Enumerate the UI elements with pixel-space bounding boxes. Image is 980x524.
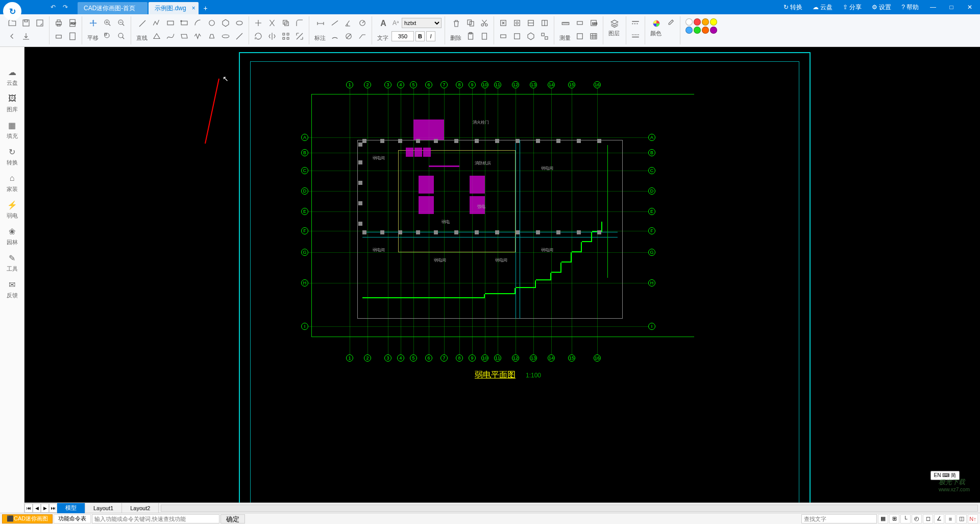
italic-button[interactable]: I <box>426 31 435 41</box>
color-swatch[interactable] <box>685 18 693 26</box>
print-icon[interactable] <box>53 17 65 29</box>
color-wheel-icon[interactable] <box>650 17 663 30</box>
color-swatch[interactable] <box>710 27 717 34</box>
scale-icon[interactable] <box>293 30 306 42</box>
circle-icon[interactable] <box>206 17 218 29</box>
sidebar-item-fill[interactable]: ▦填充 <box>0 116 24 143</box>
tab-model[interactable]: 模型 <box>57 503 85 513</box>
color-swatch[interactable] <box>702 18 709 26</box>
drawing-canvas[interactable]: ↖ 11223344556677889910101111121213131414… <box>24 47 980 503</box>
confirm-button[interactable]: 确定 <box>220 514 245 523</box>
pdf-icon[interactable]: PDF <box>66 17 79 29</box>
close-button[interactable]: ✕ <box>962 0 978 14</box>
copy-icon[interactable] <box>464 17 477 29</box>
tab-layout2[interactable]: Layout2 <box>122 503 159 513</box>
trapezoid-icon[interactable] <box>206 30 218 42</box>
tab-first-icon[interactable]: ⏮ <box>24 504 33 513</box>
dim-linear-icon[interactable] <box>329 17 341 29</box>
cut-icon[interactable] <box>478 17 491 29</box>
color-swatch[interactable] <box>694 27 701 34</box>
block7-icon[interactable] <box>525 30 537 42</box>
fillet-icon[interactable] <box>293 17 306 29</box>
status-cmd-list[interactable]: 功能命令表 <box>54 514 91 523</box>
dim-arc-icon[interactable] <box>329 30 341 42</box>
save-as-icon[interactable] <box>34 17 46 29</box>
text-icon[interactable]: A <box>377 17 389 30</box>
new-tab-button[interactable]: + <box>200 2 212 14</box>
ellipse-icon[interactable] <box>233 17 246 29</box>
redo-icon[interactable]: ↷ <box>61 3 69 11</box>
export-icon[interactable] <box>20 30 32 42</box>
zoom-in-icon[interactable] <box>102 17 114 29</box>
lt2-icon[interactable] <box>629 30 642 42</box>
sidebar-item-cloud[interactable]: ☁云盘 <box>0 63 24 90</box>
convert-button[interactable]: ↻转换 <box>779 0 806 14</box>
paste-icon[interactable] <box>464 30 477 42</box>
mirror-icon[interactable] <box>266 30 278 42</box>
zoom-extents-icon[interactable] <box>115 30 128 42</box>
sidebar-item-home[interactable]: ⌂家装 <box>0 170 24 196</box>
dimension-icon[interactable] <box>314 17 327 30</box>
close-icon[interactable]: × <box>192 5 195 12</box>
color-swatch[interactable] <box>694 18 701 26</box>
export2-icon[interactable] <box>66 30 79 42</box>
meas1-icon[interactable] <box>574 17 586 29</box>
share-button[interactable]: ⇪分享 <box>839 0 866 14</box>
zoom-out-icon[interactable] <box>115 17 128 29</box>
bold-button[interactable]: B <box>415 31 425 41</box>
cloud-button[interactable]: ☁云盘 <box>808 0 837 14</box>
array-icon[interactable] <box>280 30 292 42</box>
compass-icon[interactable]: N↑ <box>968 514 978 523</box>
lineweight-icon[interactable]: ≡ <box>945 514 955 523</box>
triangle-icon[interactable] <box>151 30 163 42</box>
block8-icon[interactable] <box>538 30 551 42</box>
block6-icon[interactable] <box>511 30 523 42</box>
arc-icon[interactable] <box>192 17 204 29</box>
sidebar-item-garden[interactable]: ❀园林 <box>0 223 24 249</box>
zoom-window-icon[interactable] <box>102 30 114 42</box>
help-button[interactable]: ?帮助 <box>897 0 923 14</box>
polyline-icon[interactable] <box>151 17 163 29</box>
osnap-icon[interactable]: ◻ <box>923 514 933 523</box>
lt1-icon[interactable] <box>629 17 642 29</box>
table-icon[interactable] <box>587 30 600 42</box>
trim-icon[interactable] <box>266 17 278 29</box>
tab-last-icon[interactable]: ⏭ <box>49 504 57 513</box>
otrack-icon[interactable]: ∠ <box>934 514 944 523</box>
rotate-icon[interactable] <box>252 30 264 42</box>
dim-radius-icon[interactable] <box>356 17 369 29</box>
parallelogram-icon[interactable] <box>178 30 190 42</box>
rect-icon[interactable] <box>164 17 177 29</box>
leader-icon[interactable] <box>356 30 369 42</box>
status-app-name[interactable]: ⬛ CAD迷你画图 <box>2 514 53 523</box>
sidebar-item-electric[interactable]: ⚡弱电 <box>0 196 24 223</box>
meas2-icon[interactable]: 123 <box>587 17 600 29</box>
paste2-icon[interactable] <box>478 30 491 42</box>
save-icon[interactable] <box>20 17 32 29</box>
oval-icon[interactable] <box>219 30 232 42</box>
measure-icon[interactable] <box>559 17 572 30</box>
dim-angle-icon[interactable] <box>342 17 355 29</box>
font-size-input[interactable] <box>391 31 414 41</box>
find-text-input[interactable] <box>801 514 877 523</box>
tab-prev-icon[interactable]: ◀ <box>33 504 41 513</box>
polar-icon[interactable]: ◴ <box>912 514 922 523</box>
h-scrollbar[interactable] <box>161 505 978 512</box>
sidebar-item-tools[interactable]: ✎工具 <box>0 249 24 276</box>
polygon-icon[interactable] <box>219 17 232 29</box>
sidebar-item-feedback[interactable]: ✉反馈 <box>0 276 24 302</box>
app-logo[interactable]: ↻ <box>0 0 24 14</box>
line-icon[interactable] <box>136 17 149 30</box>
block5-icon[interactable] <box>497 30 509 42</box>
color-swatch[interactable] <box>710 18 717 26</box>
block1-icon[interactable] <box>497 17 509 29</box>
minimize-button[interactable]: — <box>925 0 941 14</box>
tab-layout1[interactable]: Layout1 <box>85 503 122 513</box>
color-swatch[interactable] <box>702 27 709 34</box>
layer-icon[interactable] <box>608 17 621 30</box>
pan-icon[interactable] <box>87 17 100 30</box>
snap-icon[interactable]: ▦ <box>878 514 888 523</box>
grid-icon[interactable]: ⊞ <box>889 514 899 523</box>
delete-icon[interactable] <box>450 17 462 30</box>
sidebar-item-gallery[interactable]: 🖼图库 <box>0 90 24 116</box>
